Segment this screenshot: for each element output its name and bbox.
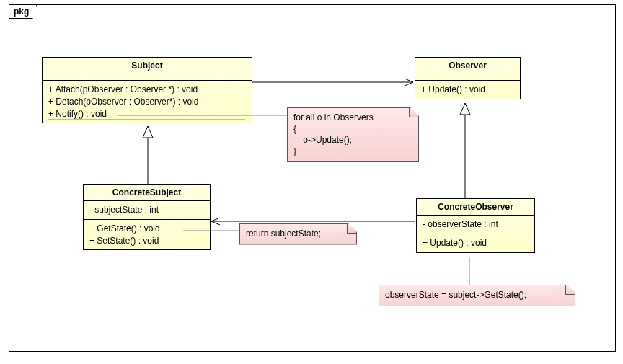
class-subject-ops: + Attach(pObserver : Observer *) : void … [43,81,252,123]
note-line: { [293,124,412,136]
class-subject-attrs [43,74,252,81]
class-concrete-observer-ops: + Update() : void [417,234,534,252]
package-label: pkg [9,4,37,19]
class-concrete-subject-name: ConcreteSubject [84,185,210,201]
attr: - subjectState : int [89,204,204,216]
op: + Update() : void [423,237,529,249]
op: + GetState() : void [89,223,204,235]
class-concrete-subject-ops: + GetState() : void + SetState() : void [84,220,210,250]
note-line: } [293,146,412,158]
class-concrete-observer-name: ConcreteObserver [417,199,534,216]
attr: - observerState : int [423,218,529,231]
class-concrete-observer-attrs: - observerState : int [417,216,534,234]
class-concrete-subject-attrs: - subjectState : int [84,201,210,220]
class-subject-name: Subject [43,58,252,74]
op: + Attach(pObserver : Observer *) : void [48,84,246,96]
note-line: o->Update(); [293,135,412,146]
class-observer-name: Observer [415,58,520,74]
note-getstate: return subjectState; [239,223,357,245]
class-concrete-subject: ConcreteSubject - subjectState : int + G… [83,184,211,250]
class-observer: Observer + Update() : void [415,57,521,99]
op: + Detach(pObserver : Observer*) : void [48,96,246,108]
note-text: return subjectState; [246,228,321,239]
class-observer-ops: + Update() : void [415,81,520,99]
note-text: observerState = subject->GetState(); [385,290,526,300]
note-line: for all o in Observers [293,112,412,124]
note-notify: for all o in Observers { o->Update(); } [287,107,419,162]
op: + Update() : void [421,84,514,96]
class-observer-attrs [415,74,520,81]
op: + Notify() : void [48,108,246,120]
class-subject: Subject + Attach(pObserver : Observer *)… [42,57,252,123]
note-update: observerState = subject->GetState(); [379,285,575,306]
class-concrete-observer: ConcreteObserver - observerState : int +… [416,198,535,253]
op: + SetState() : void [89,235,204,247]
